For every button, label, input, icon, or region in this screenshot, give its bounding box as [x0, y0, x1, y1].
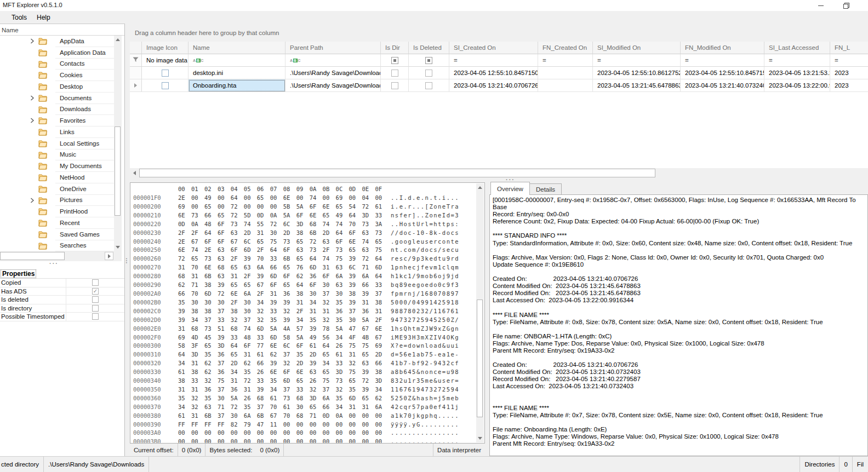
cell-si-created-on[interactable]: 2023-04-05 12:55:10.8457150 [449, 67, 538, 79]
hex-row[interactable]: 000002B035 30 30 30 2F 30 34 39 39 31 34… [133, 298, 476, 307]
cell-fn-modified-on[interactable]: 2023-04-05 13:21:40.0732403 [681, 79, 764, 92]
panel-splitter-handle[interactable]: ··· [49, 260, 59, 267]
tree-item[interactable]: NetHood [0, 172, 114, 183]
filter-cell[interactable]: = [538, 54, 593, 67]
scroll-up-button[interactable] [476, 183, 484, 192]
cell-image-icon[interactable] [142, 79, 189, 92]
tree-column-header-name[interactable]: Name [0, 25, 124, 36]
cell-si-modified-on[interactable]: 2023-04-05 13:21:45.6478863 [593, 79, 681, 92]
hex-row[interactable]: 0000031064 3D 35 36 65 31 61 62 37 35 2D… [133, 350, 476, 359]
hex-row[interactable]: 000002E031 68 73 51 68 74 6D 5A 4A 57 39… [133, 325, 476, 333]
cell-is-deleted[interactable] [409, 79, 449, 92]
filter-cell[interactable]: ABC [189, 54, 285, 67]
hex-row[interactable]: 000002200D 0A 48 6F 73 74 55 72 6C 3D 68… [133, 220, 476, 229]
minimize-button[interactable] [810, 0, 832, 11]
scroll-left-button[interactable] [130, 169, 139, 177]
chevron-right-icon[interactable] [30, 198, 35, 204]
properties-header[interactable]: Properties [0, 269, 124, 279]
tree-main-splitter[interactable]: ··· [125, 24, 130, 456]
checkbox-filter-icon[interactable] [391, 57, 398, 64]
hex-row[interactable]: 0000026072 65 73 63 2F 39 70 33 6B 65 64… [133, 255, 476, 263]
cell-image-icon[interactable] [142, 67, 189, 79]
hex-row[interactable]: 000001F02E 00 49 00 64 00 65 00 6E 00 74… [133, 194, 476, 203]
filter-cell[interactable] [381, 54, 409, 67]
hex-row[interactable]: 0000035031 31 36 37 36 31 39 34 37 33 32… [133, 385, 476, 394]
cell-si-last-accessed[interactable]: 2023-04-05 13:22:00.9916344 [764, 79, 830, 92]
scroll-thumb[interactable] [0, 252, 65, 260]
cell-is-dir[interactable] [381, 79, 409, 92]
filter-cell[interactable]: = [593, 54, 681, 67]
menu-help[interactable]: Help [32, 13, 55, 22]
hex-details-splitter[interactable] [485, 178, 489, 456]
hex-row[interactable]: 000002A066 70 6D 72 6E 6A 2F 31 36 38 30… [133, 290, 476, 298]
grid-horizontal-scrollbar[interactable] [130, 168, 868, 178]
hex-row[interactable]: 0000029062 71 38 39 65 65 67 6F 65 64 6F… [133, 281, 476, 290]
cell-fn-l[interactable]: 2023 [830, 79, 868, 92]
chevron-right-icon[interactable] [30, 95, 35, 102]
filter-cell[interactable]: = [764, 54, 830, 67]
tree-item[interactable]: Recent [0, 217, 114, 229]
checkbox-unchecked-icon[interactable] [391, 82, 398, 89]
scroll-down-button[interactable] [476, 434, 484, 442]
cell-fn-created-on[interactable] [538, 67, 593, 79]
hex-row[interactable]: 0000027031 70 6E 68 65 63 6A 66 65 76 6D… [133, 263, 476, 272]
image-checkbox[interactable] [162, 82, 169, 89]
filter-cell[interactable]: = [681, 54, 764, 67]
group-by-panel[interactable]: Drag a column header here to group by th… [130, 24, 868, 42]
scroll-up-button[interactable] [114, 36, 122, 44]
hex-row[interactable]: 0000037034 32 63 71 72 35 37 70 61 30 65… [133, 403, 476, 412]
tree-item[interactable]: Local Settings [0, 138, 114, 149]
table-row[interactable]: Onboarding.hta.\Users\Randy Savage\Downl… [130, 79, 868, 92]
hex-row[interactable]: 000002506E 74 2E 63 6F 6D 2F 64 6F 63 73… [133, 246, 476, 255]
column-header-is-deleted[interactable]: Is Deleted [409, 42, 449, 54]
cell-fn-created-on[interactable] [538, 79, 593, 92]
checkbox-unchecked-icon[interactable] [391, 70, 398, 77]
chevron-right-icon[interactable] [30, 118, 35, 124]
tree-item[interactable]: AppData [0, 36, 114, 47]
tab-overview[interactable]: Overview [490, 182, 530, 195]
column-header-fn-l[interactable]: FN_L [830, 42, 868, 54]
column-header-image-icon[interactable]: Image Icon [142, 42, 189, 54]
hex-row[interactable]: 0000030058 3F 65 3D 64 6F 77 6E 6C 6F 61… [133, 342, 476, 350]
tree-item[interactable]: Music [0, 149, 114, 161]
cell-si-created-on[interactable]: 2023-04-05 13:21:40.0706726 [449, 79, 538, 92]
scroll-thumb[interactable] [477, 300, 483, 417]
filter-row-indicator[interactable] [130, 54, 142, 67]
scroll-thumb[interactable] [139, 169, 655, 177]
cell-si-modified-on[interactable]: 2023-04-05 12:55:10.8612752 [593, 67, 681, 79]
tree-item[interactable]: Cookies [0, 70, 114, 81]
hex-row[interactable]: 00000390FF FF FF FF 82 79 47 11 00 00 00… [133, 421, 476, 429]
hex-row[interactable]: 0000032034 31 62 37 2D 62 66 39 32 2D 39… [133, 359, 476, 368]
tree-item[interactable]: Favorites [0, 115, 114, 126]
hex-row[interactable]: 0000028068 31 6B 63 31 2F 39 6D 6F 62 36… [133, 272, 476, 281]
tree-item[interactable]: Links [0, 126, 114, 138]
tree-horizontal-scrollbar[interactable] [0, 251, 122, 261]
hex-row[interactable]: 000002F069 4D 45 39 33 48 33 6D 58 5A 49… [133, 333, 476, 342]
tree-item[interactable]: Application Data [0, 47, 114, 59]
hex-row[interactable]: 000002D039 34 37 33 32 37 32 35 39 34 35… [133, 316, 476, 325]
hex-vertical-scrollbar[interactable] [476, 183, 484, 442]
checkbox-unchecked-icon[interactable] [425, 82, 432, 89]
checkbox-unchecked-icon[interactable] [425, 70, 432, 77]
tree-item[interactable]: Contacts [0, 59, 114, 70]
column-header-si-last-accessed[interactable]: SI_Last Accessed [764, 42, 830, 54]
cell-parent-path[interactable]: .\Users\Randy Savage\Downloads [285, 79, 381, 92]
cell-parent-path[interactable]: .\Users\Randy Savage\Downloads [285, 67, 381, 79]
column-header-name[interactable]: Name [189, 42, 285, 54]
tree-item[interactable]: Saved Games [0, 229, 114, 240]
tree-item[interactable]: PrintHood [0, 206, 114, 217]
cell-fn-l[interactable]: 2023 [830, 67, 868, 79]
scroll-thumb[interactable] [115, 126, 121, 216]
data-interpreter-toggle[interactable]: Data interpreter [433, 444, 485, 456]
hex-content[interactable]: 00 01 02 03 04 05 06 07 08 09 0A 0B 0C 0… [130, 183, 476, 443]
checkbox-filter-icon[interactable] [425, 57, 432, 64]
tab-details[interactable]: Details [529, 183, 562, 195]
tree-item[interactable]: OneDrive [0, 183, 114, 195]
hex-row[interactable]: 0000036035 32 35 30 5A 26 68 61 73 68 3D… [133, 394, 476, 403]
filter-cell[interactable]: No image data [142, 54, 189, 67]
column-header-si-created-on[interactable]: SI_Created On [449, 42, 538, 54]
chevron-right-icon[interactable] [30, 38, 35, 45]
hex-row[interactable]: 0000020069 00 65 00 72 00 00 00 5B 5A 6F… [133, 203, 476, 211]
tree-item[interactable]: My Documents [0, 160, 114, 172]
table-row[interactable]: desktop.ini.\Users\Randy Savage\Download… [130, 67, 868, 79]
